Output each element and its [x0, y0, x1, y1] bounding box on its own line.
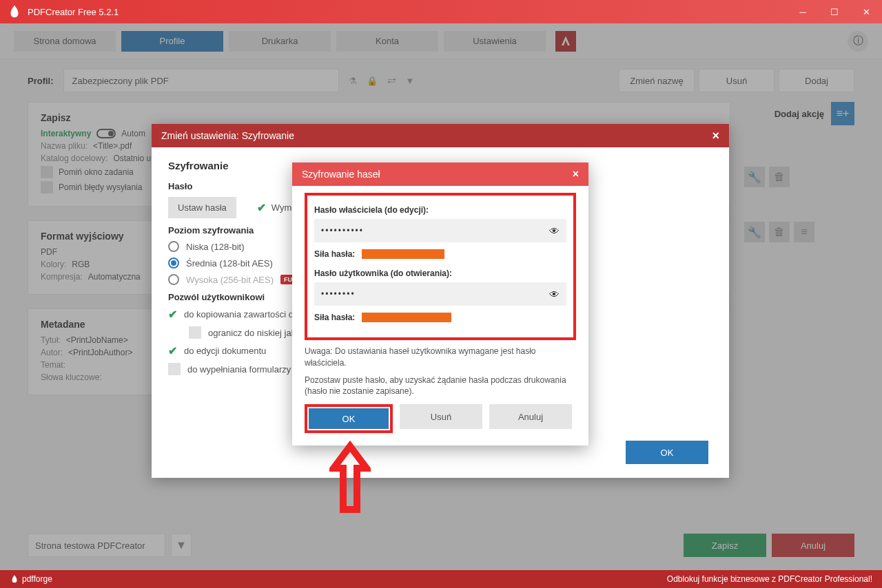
check-icon: ✔	[257, 201, 266, 214]
user-strength-label: Siła hasła:	[314, 313, 355, 322]
user-password-input[interactable]: •••••••• 👁	[314, 282, 566, 306]
user-password-label: Hasło użytkownika (do otwierania):	[314, 269, 566, 278]
owner-password-value: ••••••••••	[321, 226, 549, 235]
pdfforge-logo[interactable]: pdfforge	[10, 574, 52, 584]
owner-password-label: Hasło właściciela (do edycji):	[314, 205, 566, 215]
password-note-1: Uwaga: Do ustawiania haseł użytkownika w…	[305, 346, 576, 369]
modal1-ok-button[interactable]: OK	[626, 441, 708, 464]
titlebar: PDFCreator Free 5.2.1 ─ ☐ ✕	[0, 0, 882, 23]
password-fields-highlight: Hasło właściciela (do edycji): •••••••••…	[305, 193, 576, 340]
modal1-title: Zmień ustawienia: Szyfrowanie	[161, 130, 294, 141]
perm-copy: do kopiowania zawartości d	[184, 309, 294, 319]
ok-button-highlight: OK	[305, 404, 393, 433]
perm-edit: do edycji dokumentu	[184, 346, 266, 356]
perm-form-checkbox[interactable]	[168, 363, 181, 375]
modal2-close-icon[interactable]: ×	[573, 168, 579, 180]
perm-copy-check[interactable]: ✔	[168, 308, 177, 321]
footer: pdfforge Odblokuj funkcje biznesowe z PD…	[0, 570, 882, 588]
footer-promo[interactable]: Odblokuj funkcje biznesowe z PDFCreator …	[667, 574, 872, 584]
app-logo-icon	[7, 4, 22, 19]
modal1-header: Zmień ustawienia: Szyfrowanie ×	[152, 124, 729, 147]
owner-eye-icon[interactable]: 👁	[549, 225, 560, 237]
radio-high[interactable]	[168, 274, 179, 285]
modal1-close-icon[interactable]: ×	[712, 129, 719, 143]
modal2-ok-button[interactable]: OK	[309, 408, 389, 429]
arrow-annotation-icon	[329, 441, 371, 516]
user-eye-icon[interactable]: 👁	[549, 288, 560, 300]
password-note-2: Pozostaw puste hasło, aby uzyskać żądani…	[305, 375, 576, 398]
maximize-button[interactable]: ☐	[819, 0, 850, 23]
modal2-cancel-button[interactable]: Anuluj	[489, 404, 572, 429]
perm-lowres: ogranicz do niskiej jako	[208, 328, 300, 338]
modal2-title: Szyfrowanie haseł	[302, 169, 380, 180]
perm-lowres-checkbox[interactable]	[189, 326, 201, 339]
radio-low[interactable]	[168, 241, 179, 252]
owner-strength-label: Siła hasła:	[314, 249, 355, 259]
level-low: Niska (128-bit)	[186, 242, 245, 252]
owner-password-input[interactable]: •••••••••• 👁	[314, 219, 566, 242]
level-medium: Średnia (128-bit AES)	[186, 258, 273, 269]
modal2-delete-button[interactable]: Usuń	[400, 404, 482, 429]
perm-edit-check[interactable]: ✔	[168, 344, 177, 357]
owner-strength-bar	[362, 249, 444, 259]
set-passwords-button[interactable]: Ustaw hasła	[168, 197, 236, 218]
radio-medium[interactable]	[168, 258, 179, 269]
app-title: PDFCreator Free 5.2.1	[28, 7, 787, 17]
user-strength-bar	[362, 313, 451, 322]
password-encryption-modal: Szyfrowanie haseł × Hasło właściciela (d…	[292, 162, 588, 445]
level-high: Wysoka (256-bit AES)	[186, 275, 274, 285]
minimize-button[interactable]: ─	[787, 0, 819, 23]
user-password-value: ••••••••	[321, 289, 549, 299]
perm-form: do wypełniania formularzy	[187, 364, 291, 375]
modal2-header: Szyfrowanie haseł ×	[292, 162, 588, 186]
close-button[interactable]: ✕	[850, 0, 882, 23]
